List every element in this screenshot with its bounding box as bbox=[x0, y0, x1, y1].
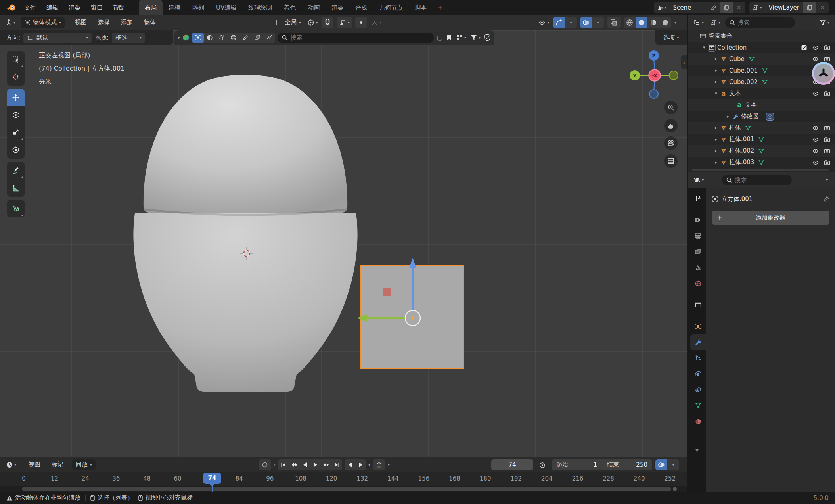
workspace-tab[interactable]: 渲染 bbox=[326, 0, 349, 15]
filter-sculpt-button[interactable] bbox=[204, 33, 216, 43]
chevron-right-icon[interactable]: ▸ bbox=[724, 114, 732, 119]
filter-vertex-paint-button[interactable] bbox=[216, 33, 228, 43]
render-camera-toggle[interactable] bbox=[824, 56, 830, 62]
tab-world[interactable] bbox=[690, 276, 706, 291]
end-frame-field[interactable]: 结束 250 bbox=[602, 459, 652, 470]
topbar-menu-item[interactable]: 帮助 bbox=[108, 4, 130, 11]
hide-eye-toggle[interactable] bbox=[812, 148, 819, 154]
editor-type-button[interactable]: ▾ bbox=[3, 18, 17, 27]
step-back-button[interactable] bbox=[345, 459, 355, 470]
workspace-tab[interactable]: 布局 bbox=[139, 0, 163, 15]
shading-wireframe-button[interactable] bbox=[624, 17, 636, 28]
pin-scene-button[interactable] bbox=[707, 2, 720, 13]
viewport-menu-item[interactable]: 添加 bbox=[115, 19, 138, 26]
play-button[interactable] bbox=[310, 459, 321, 470]
next-keyframe-button[interactable] bbox=[321, 459, 331, 470]
topbar-menu-item[interactable]: 编辑 bbox=[41, 4, 63, 11]
add-modifier-button[interactable]: + 添加修改器 bbox=[712, 211, 829, 225]
active-object-name[interactable]: 立方体.001 bbox=[722, 195, 820, 203]
outliner-row-scene-collection[interactable]: 场景集合 bbox=[688, 30, 835, 42]
render-camera-toggle[interactable] bbox=[824, 136, 830, 143]
blender-logo-icon[interactable] bbox=[6, 2, 17, 13]
topbar-menu-item[interactable]: 文件 bbox=[19, 4, 41, 11]
start-frame-field[interactable]: 起始 1 bbox=[552, 459, 602, 470]
tabs-overflow-chevron[interactable]: ▼ bbox=[695, 448, 699, 453]
viewport-menu-item[interactable]: 视图 bbox=[69, 19, 92, 26]
orientation-dropdown[interactable]: 全局 ▾ bbox=[273, 17, 303, 28]
render-camera-toggle[interactable] bbox=[824, 159, 830, 166]
viewport-menu-item[interactable]: 选择 bbox=[92, 19, 115, 26]
properties-editor-type-button[interactable]: ▾ bbox=[692, 175, 705, 185]
render-camera-toggle[interactable] bbox=[824, 44, 830, 51]
viewlayer-name[interactable]: ViewLayer bbox=[765, 4, 803, 11]
shading-material-button[interactable] bbox=[647, 17, 659, 28]
hide-eye-toggle[interactable] bbox=[812, 125, 819, 131]
shelf-search-input[interactable] bbox=[291, 34, 430, 41]
viewport-menu-item[interactable]: 物体 bbox=[138, 19, 161, 26]
properties-options-dropdown[interactable]: ▾ bbox=[826, 178, 828, 182]
new-viewlayer-button[interactable] bbox=[803, 2, 816, 13]
workspace-tab[interactable]: 动画 bbox=[302, 0, 326, 15]
exclude-checkbox[interactable] bbox=[801, 44, 807, 51]
display-mode-dropdown[interactable]: ▾ bbox=[455, 32, 467, 43]
tab-modifiers[interactable] bbox=[690, 334, 706, 350]
mode-dropdown[interactable]: 物体模式 ▾ bbox=[21, 17, 65, 28]
chevron-right-icon[interactable]: ▸ bbox=[712, 68, 720, 73]
shading-rendered-button[interactable] bbox=[659, 17, 671, 28]
chevron-right-icon[interactable]: ▸ bbox=[712, 56, 720, 61]
current-frame-field[interactable]: 74 bbox=[491, 459, 533, 470]
rotate-tool[interactable] bbox=[7, 106, 25, 124]
snap-magnet-toggle[interactable] bbox=[322, 17, 333, 28]
outliner-row-modifiers[interactable]: ▸ 修改器 bbox=[688, 111, 835, 122]
move-tool[interactable] bbox=[7, 89, 25, 106]
transform-tool[interactable] bbox=[7, 141, 25, 159]
options-dropdown[interactable]: 选项 ▾ bbox=[663, 32, 679, 43]
gizmo-z-arrow[interactable] bbox=[409, 258, 416, 268]
tab-scene[interactable] bbox=[690, 260, 706, 276]
zoom-button[interactable] bbox=[664, 101, 678, 114]
gizmos-toggle[interactable] bbox=[553, 17, 565, 28]
loop-dropdown[interactable]: ▾ bbox=[388, 463, 390, 467]
filter-texture-paint-button[interactable] bbox=[239, 33, 251, 43]
tab-object-data[interactable] bbox=[690, 398, 706, 414]
workspace-tab[interactable]: 合成 bbox=[349, 0, 373, 15]
outliner-row-text-data[interactable]: a 文本 bbox=[688, 99, 835, 111]
chevron-right-icon[interactable]: ▸ bbox=[712, 160, 720, 165]
move-gizmo[interactable] bbox=[349, 252, 476, 335]
render-camera-toggle[interactable] bbox=[824, 90, 830, 97]
preview-range-button[interactable] bbox=[536, 459, 548, 470]
outliner-search[interactable] bbox=[725, 17, 795, 28]
tab-particles[interactable] bbox=[690, 350, 706, 366]
chevron-right-icon[interactable]: ▸ bbox=[712, 79, 720, 84]
tab-tool[interactable] bbox=[690, 191, 706, 207]
tab-constraints[interactable] bbox=[690, 382, 706, 398]
topbar-menu-item[interactable]: 渲染 bbox=[63, 4, 86, 11]
workspace-tab[interactable]: 纹理绘制 bbox=[242, 0, 278, 15]
axis-y-neg-ball[interactable] bbox=[669, 71, 678, 80]
visibility-dropdown[interactable]: ▾ bbox=[538, 17, 550, 28]
timeline-editor-type-button[interactable]: ▾ bbox=[4, 460, 18, 470]
timeline-scrollbar-thumb[interactable] bbox=[22, 487, 671, 491]
tab-physics[interactable] bbox=[690, 366, 706, 382]
auto-key-dropdown[interactable]: ▾ bbox=[274, 463, 276, 467]
tab-viewlayer[interactable] bbox=[690, 244, 706, 260]
scene-object-mesh[interactable] bbox=[0, 30, 687, 457]
outliner-row-cube[interactable]: ▸ Cube bbox=[688, 53, 835, 65]
timeline-ruler[interactable]: 0122436486072849610812013214415616818019… bbox=[0, 472, 687, 486]
chevron-right-icon[interactable]: ▸ bbox=[712, 148, 720, 153]
navigation-gizmo[interactable]: Z Y -X bbox=[624, 46, 685, 102]
orthographic-toggle-button[interactable] bbox=[664, 154, 678, 168]
timeline-scrollbar-knob[interactable] bbox=[673, 487, 677, 491]
tab-render[interactable] bbox=[690, 212, 706, 228]
add-workspace-button[interactable]: + bbox=[433, 4, 448, 11]
proportional-falloff-dropdown[interactable]: ▾ bbox=[370, 17, 382, 28]
filter-slots-button[interactable] bbox=[251, 33, 263, 43]
axis-z-neg-ball[interactable] bbox=[649, 90, 658, 98]
chevron-right-icon[interactable]: ▸ bbox=[712, 137, 720, 142]
step-forward-button[interactable] bbox=[355, 459, 366, 470]
cursor-tool[interactable] bbox=[7, 68, 25, 86]
auto-key-toggle[interactable] bbox=[259, 459, 271, 470]
scene-name[interactable]: Scene bbox=[669, 4, 707, 11]
hide-eye-toggle[interactable] bbox=[812, 44, 819, 51]
shading-dropdown[interactable]: ▾ bbox=[674, 21, 676, 25]
